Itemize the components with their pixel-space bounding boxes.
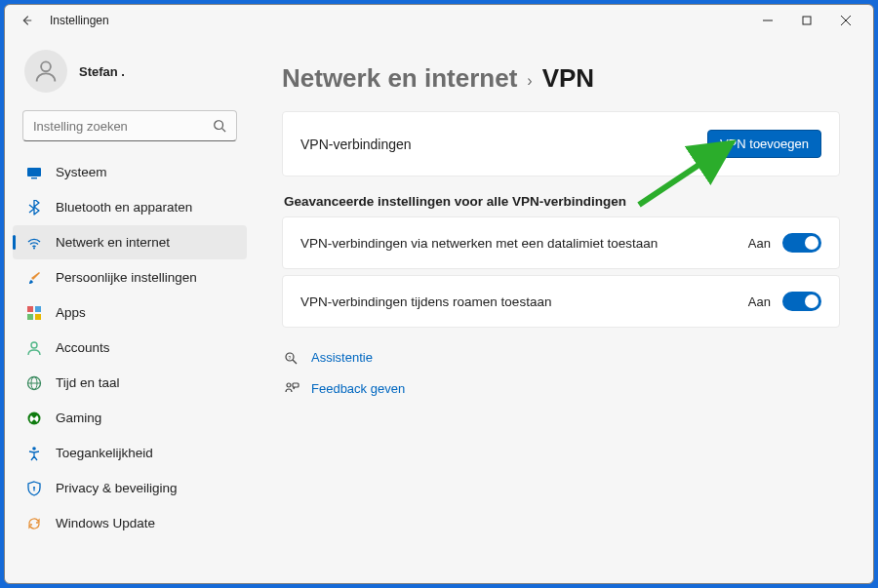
sidebar-item-label: Gaming [56,411,101,425]
monitor-icon [26,165,42,180]
update-icon [26,516,42,531]
sidebar-item-label: Apps [56,305,86,320]
svg-point-6 [215,121,223,130]
sidebar-item-label: Toegankelijkheid [56,446,153,460]
roaming-toggle-label: VPN-verbindingen tijdens roamen toestaan [300,294,748,309]
close-button[interactable] [826,7,865,34]
feedback-link[interactable]: Feedback geven [282,376,840,400]
chevron-right-icon: › [527,72,532,90]
username: Stefan . [79,64,125,79]
gaming-icon [26,411,42,426]
sidebar-item-label: Systeem [56,165,107,179]
accessibility-icon [26,446,42,461]
svg-point-20 [32,447,36,451]
help-links: ? Assistentie Feedback geven [282,345,840,400]
svg-rect-9 [31,177,37,178]
vpn-connections-label: VPN-verbindingen [300,137,412,152]
sidebar-item-label: Windows Update [56,516,155,530]
wifi-icon [26,235,42,251]
svg-point-21 [33,486,35,488]
svg-rect-12 [35,306,41,312]
sidebar-item-privacy[interactable]: Privacy & beveiliging [13,471,247,505]
maximize-button[interactable] [787,7,826,34]
advanced-section-title: Geavanceerde instellingen voor alle VPN-… [284,194,838,209]
metered-toggle-switch[interactable] [782,233,821,253]
svg-rect-13 [27,314,33,320]
sidebar-item-label: Bluetooth en apparaten [56,200,192,215]
window-title: Instellingen [50,14,109,27]
svg-rect-14 [35,314,41,320]
sidebar-item-label: Accounts [56,340,110,355]
svg-rect-22 [33,489,34,491]
nav: Systeem Bluetooth en apparaten Netwerk e… [13,155,247,540]
roaming-toggle-state: Aan [748,294,771,309]
svg-rect-8 [27,168,41,176]
help-link[interactable]: ? Assistentie [282,345,840,369]
breadcrumb-parent[interactable]: Netwerk en internet [282,63,517,94]
sidebar-item-system[interactable]: Systeem [13,155,247,189]
breadcrumb: Netwerk en internet › VPN [282,63,840,94]
sidebar-item-personalization[interactable]: Persoonlijke instellingen [13,260,247,294]
sidebar-item-time[interactable]: Tijd en taal [13,366,247,400]
sidebar-item-label: Privacy & beveiliging [56,481,178,495]
search-icon [213,119,226,133]
breadcrumb-current: VPN [542,63,594,94]
sidebar-item-accessibility[interactable]: Toegankelijkheid [13,436,247,470]
svg-rect-2 [803,17,811,24]
settings-window: Instellingen Stefan . [4,4,874,584]
svg-point-5 [41,61,51,71]
feedback-link-label: Feedback geven [311,381,405,396]
content-area: Stefan . Systeem Bluetooth en apparaten [5,36,873,583]
window-controls [748,7,865,34]
svg-point-26 [287,383,291,387]
sidebar-item-apps[interactable]: Apps [13,295,247,330]
metered-toggle-label: VPN-verbindingen via netwerken met een d… [300,236,748,251]
search-input[interactable] [33,119,213,134]
sidebar-item-label: Persoonlijke instellingen [56,270,197,285]
sidebar-item-network[interactable]: Netwerk en internet [13,225,247,259]
svg-line-24 [293,360,297,364]
brush-icon [26,270,42,286]
apps-icon [26,305,42,321]
shield-icon [26,481,42,496]
sidebar-item-bluetooth[interactable]: Bluetooth en apparaten [13,190,247,224]
vpn-connections-card: VPN-verbindingen VPN toevoegen [282,111,840,176]
roaming-toggle-card[interactable]: VPN-verbindingen tijdens roamen toestaan… [282,275,840,328]
bluetooth-icon [26,200,42,216]
search-box[interactable] [22,110,237,141]
user-profile[interactable]: Stefan . [13,44,247,106]
globe-icon [26,375,42,391]
svg-rect-27 [293,383,299,387]
svg-line-7 [222,129,226,133]
sidebar-item-label: Tijd en taal [56,375,120,390]
titlebar: Instellingen [5,5,873,36]
main-panel: Netwerk en internet › VPN VPN-verbinding… [255,36,873,583]
sidebar-item-accounts[interactable]: Accounts [13,331,247,365]
back-button[interactable] [13,7,40,34]
svg-point-15 [31,342,37,348]
help-icon: ? [284,349,299,365]
svg-text:?: ? [289,355,292,361]
help-link-label: Assistentie [311,350,373,365]
add-vpn-button[interactable]: VPN toevoegen [707,130,821,158]
metered-toggle-card[interactable]: VPN-verbindingen via netwerken met een d… [282,216,840,269]
minimize-button[interactable] [748,7,787,34]
sidebar-item-gaming[interactable]: Gaming [13,401,247,435]
metered-toggle-state: Aan [748,236,771,251]
feedback-icon [284,380,299,396]
avatar [24,50,67,93]
svg-point-10 [33,247,35,249]
sidebar-item-update[interactable]: Windows Update [13,506,247,540]
svg-rect-11 [27,306,33,312]
roaming-toggle-switch[interactable] [782,292,821,311]
sidebar-item-label: Netwerk en internet [56,235,170,250]
account-icon [26,340,42,356]
sidebar: Stefan . Systeem Bluetooth en apparaten [5,36,255,583]
